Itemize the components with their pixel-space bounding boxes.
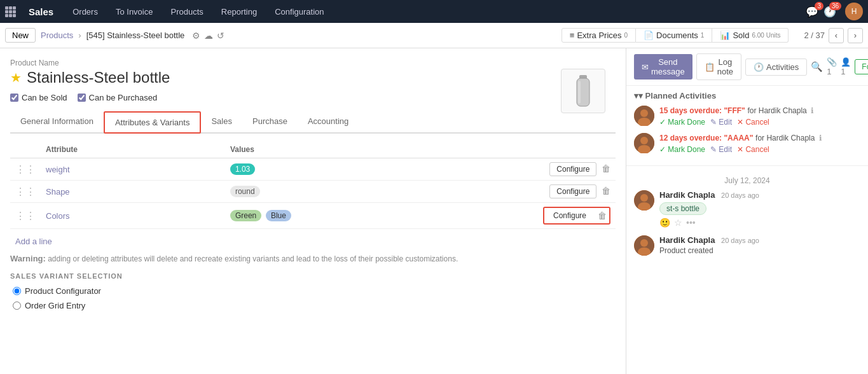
delete-weight-icon[interactable]: 🗑 (602, 163, 610, 174)
attr-colors-green: Green (230, 210, 261, 221)
product-name[interactable]: Stainless-Steel bottle (27, 69, 170, 87)
following-btn[interactable]: Following (855, 59, 868, 74)
radio-grid-label: Order Grid Entry (25, 301, 85, 310)
sold-value: 6.00 Units (752, 32, 780, 39)
edit-1[interactable]: ✎ Edit (710, 118, 732, 127)
svg-point-13 (640, 239, 648, 247)
overdue-text-2: 12 days overdue: "AAAA" (659, 134, 753, 142)
configure-shape-btn[interactable]: Configure (549, 184, 596, 198)
send-message-btn[interactable]: ✉ Send message (634, 54, 692, 80)
add-line-btn[interactable]: Add a line (15, 237, 52, 246)
activity-avatar-1 (634, 106, 654, 126)
radio-product-configurator[interactable]: Product Configurator (13, 286, 616, 296)
nav-configuration[interactable]: Configuration (271, 4, 327, 19)
product-name-label: Product Name (10, 59, 616, 67)
tab-accounting[interactable]: Accounting (298, 111, 359, 134)
envelope-icon: ✉ (642, 62, 649, 72)
chat-avatar-2 (634, 235, 654, 256)
nav-orders[interactable]: Orders (69, 4, 102, 19)
settings-icon[interactable]: ⚙ (192, 31, 200, 41)
person-icon[interactable]: 👤1 (841, 57, 851, 76)
tab-sales[interactable]: Sales (201, 111, 242, 134)
svg-rect-2 (578, 81, 581, 104)
top-nav: Sales Orders To Invoice Products Reporti… (0, 0, 868, 23)
chart-icon: 📊 (720, 31, 730, 40)
delete-colors-icon[interactable]: 🗑 (598, 211, 607, 221)
documents-count: 1 (701, 32, 705, 39)
emoji-icon[interactable]: 🙂 (659, 218, 670, 228)
can-be-sold-checkbox[interactable]: Can be Sold (10, 93, 67, 102)
attr-colors-link[interactable]: Colors (46, 211, 70, 221)
sold-btn[interactable]: 📊 Sold 6.00 Units (712, 28, 789, 43)
info-icon-1[interactable]: ℹ (811, 106, 814, 115)
nav-to-invoice[interactable]: To Invoice (112, 4, 157, 19)
tab-general-information[interactable]: General Information (10, 111, 104, 134)
cloud-icon[interactable]: ☁ (204, 31, 213, 41)
configure-colors-btn[interactable]: Configure (547, 209, 593, 222)
activities-section: ▾ ▾ Planned Activities 15 days overdue: … (626, 86, 868, 166)
drag-handle[interactable]: ⋮⋮ (15, 186, 36, 197)
list-icon: ≡ (570, 31, 575, 40)
tab-attributes-variants[interactable]: Attributes & Variants (104, 111, 202, 134)
attr-colors-blue: Blue (266, 210, 291, 221)
breadcrumb-parent[interactable]: Products (41, 31, 73, 40)
breadcrumb-bar: New Products › [545] Stainless-Steel bot… (0, 23, 868, 48)
attr-shape-link[interactable]: Shape (46, 187, 70, 197)
chevron-down-icon: ▾ (634, 91, 638, 100)
nav-products[interactable]: Products (167, 4, 207, 19)
new-button[interactable]: New (5, 28, 36, 43)
user-avatar[interactable]: H (845, 3, 863, 20)
info-icon-2[interactable]: ℹ (819, 134, 822, 142)
extra-prices-btn[interactable]: ≡ Extra Prices 0 (561, 28, 636, 43)
drag-handle[interactable]: ⋮⋮ (15, 211, 36, 221)
tab-purchase[interactable]: Purchase (242, 111, 298, 134)
planned-activities-header: ▾ ▾ Planned Activities (634, 91, 860, 100)
search-icon[interactable]: 🔍 (811, 61, 823, 73)
can-be-purchased-checkbox[interactable]: Can be Purchased (78, 93, 158, 102)
more-icon[interactable]: ••• (686, 218, 696, 228)
cancel-2[interactable]: ✕ Cancel (737, 145, 769, 154)
app-grid-icon[interactable] (5, 6, 16, 17)
activities-btn[interactable]: 🕐 Activities (745, 59, 807, 76)
drag-handle[interactable]: ⋮⋮ (15, 164, 36, 175)
date-divider: July 12, 2024 (634, 176, 860, 185)
doc-icon: 📄 (644, 31, 654, 40)
favorite-star[interactable]: ★ (10, 70, 22, 85)
log-note-btn[interactable]: 📋 Log note (696, 53, 741, 80)
activity-item: 15 days overdue: "FFF" for Hardik Chapla… (634, 106, 860, 127)
documents-btn[interactable]: 📄 Documents 1 (636, 28, 712, 43)
main-layout: Product Name ★ Stainless-Steel bottle Ca… (0, 48, 868, 374)
product-image (561, 69, 605, 113)
nav-reporting[interactable]: Reporting (217, 4, 261, 19)
edit-2[interactable]: ✎ Edit (710, 145, 732, 154)
configure-weight-btn[interactable]: Configure (549, 162, 596, 176)
paperclip-icon[interactable]: 📎1 (827, 57, 837, 76)
radio-configurator-label: Product Configurator (25, 286, 101, 296)
star-chat-icon[interactable]: ☆ (674, 218, 682, 228)
mark-done-1[interactable]: ✓ Mark Done (659, 118, 705, 127)
attr-weight-link[interactable]: weight (46, 165, 70, 174)
table-row: ⋮⋮ weight 1.03 Configure 🗑 (10, 158, 616, 181)
delete-shape-icon[interactable]: 🗑 (602, 186, 610, 196)
clock-icon[interactable]: 🕐 36 (823, 6, 836, 18)
message-icon[interactable]: 💬 3 (806, 6, 818, 18)
next-record-btn[interactable]: › (848, 28, 863, 43)
chatter-section: July 12, 2024 Hardik Chapla 20 days ago … (626, 166, 868, 268)
counter-value: 2 / 37 (804, 31, 825, 40)
prev-record-btn[interactable]: ‹ (829, 28, 844, 43)
right-toolbar: ✉ Send message 📋 Log note 🕐 Activities 🔍… (626, 48, 868, 86)
product-checkboxes: Can be Sold Can be Purchased (10, 93, 616, 102)
right-panel: ✉ Send message 📋 Log note 🕐 Activities 🔍… (626, 48, 868, 374)
sold-label: Sold (733, 31, 749, 40)
breadcrumb-current: [545] Stainless-Steel bottle (86, 31, 185, 40)
radio-order-grid[interactable]: Order Grid Entry (13, 301, 616, 310)
chat-item: Hardik Chapla 20 days ago Product create… (634, 235, 860, 256)
activity-content-1: 15 days overdue: "FFF" for Hardik Chapla… (659, 106, 860, 127)
for-text-1: for Hardik Chapla (747, 106, 806, 115)
app-brand[interactable]: Sales (29, 6, 53, 17)
cancel-1[interactable]: ✕ Cancel (737, 118, 769, 127)
activity-avatar-2 (634, 133, 654, 153)
refresh-icon[interactable]: ↺ (217, 31, 224, 41)
nav-right: 💬 3 🕐 36 H (806, 3, 863, 20)
mark-done-2[interactable]: ✓ Mark Done (659, 145, 705, 154)
